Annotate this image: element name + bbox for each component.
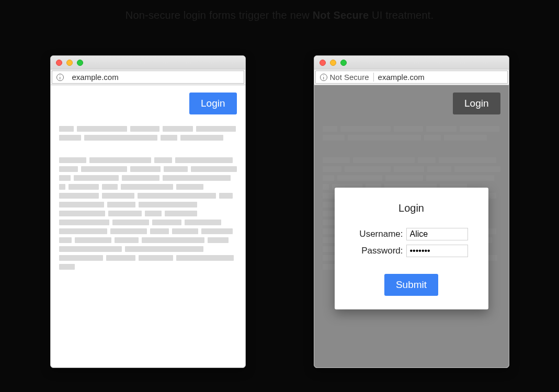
page-content: Login [51,85,245,367]
username-input[interactable] [406,228,468,240]
browser-window-before: example.com Login [50,55,246,368]
username-row: Username: [346,228,477,240]
placeholder-text [59,126,237,270]
submit-button[interactable]: Submit [384,274,438,296]
close-icon[interactable] [320,60,326,66]
username-label: Username: [355,229,403,239]
address-bar[interactable]: example.com [52,71,244,84]
login-button[interactable]: Login [189,93,237,114]
address-bar[interactable]: Not Secure example.com [315,71,508,84]
caption-pre: Non-secure login forms trigger the new [126,9,313,21]
address-row: example.com [51,70,245,85]
caption-bold: Not Secure [313,9,369,21]
minimize-icon[interactable] [330,60,336,66]
minimize-icon[interactable] [66,60,73,66]
info-icon [320,74,327,81]
address-text: example.com [374,73,429,82]
figure-caption: Non-secure login forms trigger the new N… [0,9,559,21]
modal-title: Login [346,202,477,214]
caption-post: UI treatment. [369,9,433,21]
window-titlebar [51,56,245,70]
not-secure-label: Not Secure [330,73,369,82]
maximize-icon[interactable] [340,60,347,66]
page-content: Login Login [314,85,509,367]
not-secure-chip[interactable]: Not Secure [316,73,373,82]
address-text: example.com [68,73,123,82]
close-icon[interactable] [56,60,62,66]
window-titlebar [314,56,509,70]
info-icon [56,74,64,81]
login-modal: Login Username: Password: Submit [335,188,488,309]
password-row: Password: [346,245,477,257]
maximize-icon[interactable] [77,60,83,66]
page-info-chip[interactable] [52,74,68,81]
password-label: Password: [355,246,403,256]
modal-overlay: Login Username: Password: Submit [314,85,509,367]
browser-window-after: Not Secure example.com Login [314,55,509,368]
address-row: Not Secure example.com [314,70,509,85]
password-input[interactable] [406,245,468,257]
